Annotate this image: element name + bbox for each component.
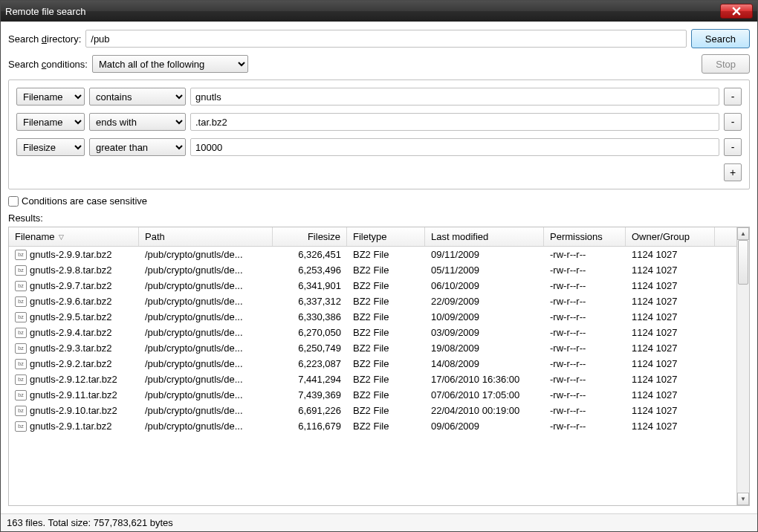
- cell-owner-group: 1124 1027: [626, 296, 715, 307]
- scroll-track[interactable]: [737, 240, 749, 493]
- table-row[interactable]: bzgnutls-2.9.8.tar.bz2/pub/crypto/gnutls…: [9, 262, 736, 278]
- cell-path: /pub/crypto/gnutls/de...: [139, 249, 273, 260]
- cell-permissions: -rw-r--r--: [544, 389, 626, 400]
- cell-filetype: BZ2 File: [347, 265, 425, 276]
- column-last-modified[interactable]: Last modified: [425, 227, 544, 246]
- sort-desc-icon: ▽: [59, 233, 64, 241]
- table-row[interactable]: bzgnutls-2.9.5.tar.bz2/pub/crypto/gnutls…: [9, 309, 736, 325]
- column-owner-group[interactable]: Owner/Group: [626, 227, 715, 246]
- cell-owner-group: 1124 1027: [626, 327, 715, 338]
- cell-filesize: 6,253,496: [273, 265, 347, 276]
- remove-condition-button[interactable]: -: [724, 138, 742, 156]
- match-mode-select[interactable]: Match all of the following: [92, 55, 248, 73]
- cell-permissions: -rw-r--r--: [544, 343, 626, 354]
- table-row[interactable]: bzgnutls-2.9.3.tar.bz2/pub/crypto/gnutls…: [9, 340, 736, 356]
- cell-permissions: -rw-r--r--: [544, 280, 626, 291]
- condition-row: Filenameends with-: [16, 113, 742, 131]
- cell-filesize: 6,337,312: [273, 296, 347, 307]
- cell-permissions: -rw-r--r--: [544, 249, 626, 260]
- condition-operator-select[interactable]: contains: [89, 88, 186, 106]
- scroll-thumb[interactable]: [738, 240, 748, 285]
- condition-field-select[interactable]: Filesize: [16, 138, 85, 156]
- cell-path: /pub/crypto/gnutls/de...: [139, 421, 273, 432]
- cell-path: /pub/crypto/gnutls/de...: [139, 311, 273, 322]
- titlebar: Remote file search: [1, 1, 757, 22]
- column-filename[interactable]: Filename ▽: [9, 227, 139, 246]
- cell-last-modified: 06/10/2009: [425, 280, 544, 291]
- cell-filetype: BZ2 File: [347, 421, 425, 432]
- cell-last-modified: 22/09/2009: [425, 296, 544, 307]
- condition-field-select[interactable]: Filename: [16, 113, 85, 131]
- cell-filesize: 6,116,679: [273, 421, 347, 432]
- cell-owner-group: 1124 1027: [626, 280, 715, 291]
- cell-last-modified: 09/11/2009: [425, 249, 544, 260]
- results-header: Filename ▽ Path Filesize Filetype Last m…: [9, 227, 736, 247]
- condition-operator-select[interactable]: greater than: [89, 138, 186, 156]
- table-row[interactable]: bzgnutls-2.9.1.tar.bz2/pub/crypto/gnutls…: [9, 418, 736, 434]
- cell-filesize: 6,341,901: [273, 280, 347, 291]
- results-body: bzgnutls-2.9.9.tar.bz2/pub/crypto/gnutls…: [9, 247, 736, 505]
- file-icon: bz: [15, 265, 27, 276]
- cell-filesize: 7,439,369: [273, 389, 347, 400]
- table-row[interactable]: bzgnutls-2.9.2.tar.bz2/pub/crypto/gnutls…: [9, 356, 736, 372]
- file-icon: bz: [15, 250, 27, 260]
- cell-filetype: BZ2 File: [347, 249, 425, 260]
- conditions-box: Filenamecontains-Filenameends with-Files…: [8, 80, 750, 189]
- cell-last-modified: 07/06/2010 17:05:00: [425, 389, 544, 400]
- cell-permissions: -rw-r--r--: [544, 265, 626, 276]
- table-row[interactable]: bzgnutls-2.9.12.tar.bz2/pub/crypto/gnutl…: [9, 372, 736, 387]
- add-condition-button[interactable]: +: [724, 163, 742, 181]
- cell-filename: bzgnutls-2.9.7.tar.bz2: [9, 280, 139, 291]
- condition-value-input[interactable]: [190, 88, 719, 106]
- table-row[interactable]: bzgnutls-2.9.7.tar.bz2/pub/crypto/gnutls…: [9, 278, 736, 293]
- cell-filetype: BZ2 File: [347, 405, 425, 416]
- condition-operator-select[interactable]: ends with: [89, 113, 186, 131]
- table-row[interactable]: bzgnutls-2.9.11.tar.bz2/pub/crypto/gnutl…: [9, 387, 736, 403]
- cell-filename: bzgnutls-2.9.9.tar.bz2: [9, 249, 139, 260]
- search-button[interactable]: Search: [691, 29, 750, 48]
- scroll-up-button[interactable]: ▲: [737, 227, 749, 240]
- cell-permissions: -rw-r--r--: [544, 421, 626, 432]
- cell-filetype: BZ2 File: [347, 358, 425, 369]
- cell-filename: bzgnutls-2.9.11.tar.bz2: [9, 389, 139, 400]
- cell-path: /pub/crypto/gnutls/de...: [139, 327, 273, 338]
- condition-value-input[interactable]: [190, 113, 719, 131]
- cell-path: /pub/crypto/gnutls/de...: [139, 405, 273, 416]
- table-row[interactable]: bzgnutls-2.9.10.tar.bz2/pub/crypto/gnutl…: [9, 403, 736, 418]
- file-icon: bz: [15, 359, 27, 369]
- cell-filesize: 6,250,749: [273, 343, 347, 354]
- condition-row: Filesizegreater than-: [16, 138, 742, 156]
- search-conditions-label: Search conditions:: [8, 59, 88, 70]
- table-row[interactable]: bzgnutls-2.9.4.tar.bz2/pub/crypto/gnutls…: [9, 325, 736, 340]
- column-filetype[interactable]: Filetype: [347, 227, 425, 246]
- window-title: Remote file search: [5, 6, 720, 17]
- statusbar: 163 files. Total size: 757,783,621 bytes: [1, 513, 757, 531]
- condition-field-select[interactable]: Filename: [16, 88, 85, 106]
- stop-button[interactable]: Stop: [702, 54, 750, 74]
- column-path[interactable]: Path: [139, 227, 273, 246]
- remove-condition-button[interactable]: -: [724, 88, 742, 106]
- cell-filename: bzgnutls-2.9.3.tar.bz2: [9, 343, 139, 354]
- column-filesize[interactable]: Filesize: [273, 227, 347, 246]
- cell-permissions: -rw-r--r--: [544, 296, 626, 307]
- content: Search directory: Search Search conditio…: [1, 22, 757, 513]
- close-button[interactable]: [720, 4, 753, 19]
- scrollbar[interactable]: ▲ ▼: [736, 227, 749, 505]
- column-permissions[interactable]: Permissions: [544, 227, 626, 246]
- case-sensitive-row: Conditions are case sensitive: [8, 195, 750, 207]
- case-sensitive-checkbox[interactable]: [8, 196, 19, 207]
- condition-value-input[interactable]: [190, 138, 719, 156]
- table-row[interactable]: bzgnutls-2.9.6.tar.bz2/pub/crypto/gnutls…: [9, 293, 736, 309]
- file-icon: bz: [15, 281, 27, 291]
- search-directory-input[interactable]: [85, 30, 687, 48]
- condition-row: Filenamecontains-: [16, 88, 742, 106]
- cell-owner-group: 1124 1027: [626, 249, 715, 260]
- cell-path: /pub/crypto/gnutls/de...: [139, 296, 273, 307]
- remove-condition-button[interactable]: -: [724, 113, 742, 131]
- cell-path: /pub/crypto/gnutls/de...: [139, 343, 273, 354]
- cell-last-modified: 22/04/2010 00:19:00: [425, 405, 544, 416]
- table-row[interactable]: bzgnutls-2.9.9.tar.bz2/pub/crypto/gnutls…: [9, 247, 736, 262]
- cell-permissions: -rw-r--r--: [544, 327, 626, 338]
- file-icon: bz: [15, 390, 27, 400]
- scroll-down-button[interactable]: ▼: [737, 493, 749, 505]
